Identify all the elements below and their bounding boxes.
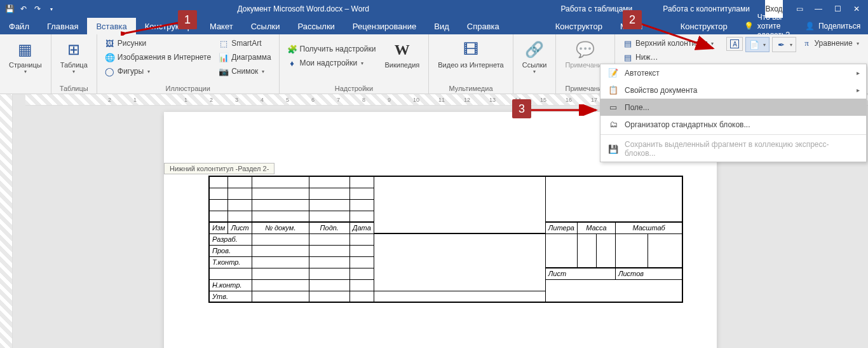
textbox-button[interactable]: A	[726, 37, 743, 51]
tab-view[interactable]: Вид	[425, 18, 458, 34]
tab-help[interactable]: Справка	[458, 18, 508, 34]
cell-list: Лист	[228, 222, 252, 233]
close-icon[interactable]: ✕	[848, 0, 865, 18]
smartart-button[interactable]: ⬚SmartArt	[216, 37, 273, 50]
tab-file[interactable]: Файл	[0, 18, 38, 34]
quickparts-icon: 📄	[749, 39, 759, 50]
minimize-icon[interactable]: —	[810, 0, 827, 18]
redo-icon[interactable]: ↷	[32, 3, 43, 15]
pictures-button[interactable]: 🖼Рисунки	[102, 37, 214, 50]
wikipedia-icon: W	[392, 39, 412, 60]
callout-2: 2	[623, 10, 642, 29]
window-title: Документ Microsoft Word.docx – Word	[61, 4, 545, 13]
title-block-table[interactable]: ИзмЛист№ докум.Подп.Дата Литера Масса Ма…	[208, 176, 683, 303]
ribbon-display-icon[interactable]: ▭	[790, 0, 808, 18]
cell-izm: Изм	[209, 222, 228, 233]
pages-label: Страницы	[9, 61, 42, 69]
group-tables: ⊞ Таблица ▾ Таблицы	[51, 34, 97, 94]
group-addins-label: Надстройки	[285, 83, 424, 92]
cell-utv: Утв.	[209, 291, 252, 302]
ribbon: ▦ Страницы ▾ ⊞ Таблица ▾ Таблицы 🖼Рисунк…	[0, 34, 868, 94]
chevron-right-icon: ▸	[857, 87, 860, 94]
share-button[interactable]: 👤 Поделиться	[797, 18, 868, 34]
comment-icon: 💬	[575, 39, 595, 60]
vertical-ruler[interactable]	[0, 94, 13, 348]
contextual-tabs: Работа с таблицами Работа с колонтитулам…	[545, 0, 765, 18]
header-tools-label: Работа с колонтитулами	[648, 0, 765, 18]
save-block-icon: 💾	[607, 144, 620, 154]
smartart-label: SmartArt	[231, 39, 261, 48]
pages-icon: ▦	[15, 39, 36, 60]
video-icon: 🎞	[461, 39, 481, 60]
chart-icon: 📊	[219, 52, 229, 62]
footer-icon: ▤	[623, 52, 633, 62]
group-tables-label: Таблицы	[57, 83, 92, 92]
wordart-button[interactable]: ✒▾	[772, 37, 796, 52]
table-icon: ⊞	[64, 39, 84, 60]
save-block-label: Сохранить выделенный фрагмент в коллекци…	[625, 140, 860, 158]
equation-label: Уравнение	[814, 39, 852, 48]
maximize-icon[interactable]: ☐	[829, 0, 846, 18]
organizer-item[interactable]: 🗂Организатор стандартных блоков...	[600, 116, 866, 133]
footer-label: Ниж…	[635, 53, 658, 62]
tab-home[interactable]: Главная	[38, 18, 87, 34]
save-icon[interactable]: 💾	[4, 3, 15, 15]
title-bar: 💾 ↶ ↷ ▾ Документ Microsoft Word.docx – W…	[0, 0, 868, 18]
arrow-2	[642, 22, 718, 53]
get-addins-button[interactable]: 🧩Получить надстройки	[285, 43, 379, 55]
pictures-icon: 🖼	[105, 38, 115, 48]
tab-mailings[interactable]: Рассылки	[288, 18, 343, 34]
cell-nkontr: Н.контр.	[209, 279, 252, 291]
docprop-label: Свойство документа	[625, 86, 698, 95]
shapes-button[interactable]: ◯Фигуры▾	[102, 65, 214, 78]
store-icon: 🧩	[287, 44, 297, 54]
online-pictures-button[interactable]: 🌐Изображения в Интернете	[102, 51, 214, 64]
screenshot-label: Снимок	[231, 67, 258, 76]
smartart-icon: ⬚	[219, 38, 229, 48]
table-button[interactable]: ⊞ Таблица ▾	[57, 37, 92, 77]
pictures-label: Рисунки	[118, 39, 146, 48]
bulb-icon: 💡	[744, 22, 754, 31]
autotext-item[interactable]: 📝Автотекст▸	[600, 64, 866, 81]
group-addins: 🧩Получить надстройки ♦Мои надстройки▾ W …	[280, 34, 430, 94]
online-video-button[interactable]: 🎞 Видео из Интернета	[434, 37, 507, 71]
quickparts-dropdown: 📝Автотекст▸ 📋Свойство документа▸ ▭Поле..…	[600, 64, 867, 162]
tab-table-design[interactable]: Конструктор	[546, 18, 611, 34]
callout-1: 1	[178, 10, 197, 29]
screenshot-button[interactable]: 📷Снимок▾	[216, 65, 273, 78]
equation-button[interactable]: πУравнение▾	[799, 37, 861, 50]
my-addins-button[interactable]: ♦Мои надстройки▾	[285, 57, 379, 69]
wikipedia-button[interactable]: W Википедия	[381, 37, 423, 71]
callout-3: 3	[512, 99, 531, 118]
docprop-item[interactable]: 📋Свойство документа▸	[600, 81, 866, 99]
cell-massa: Масса	[577, 222, 615, 233]
quickparts-button[interactable]: 📄▾	[745, 37, 770, 52]
organizer-icon: 🗂	[607, 120, 620, 129]
undo-icon[interactable]: ↶	[18, 3, 29, 15]
cell-mashtab: Масштаб	[615, 222, 682, 233]
tab-review[interactable]: Рецензирование	[344, 18, 425, 34]
shapes-label: Фигуры	[118, 67, 144, 76]
screenshot-icon: 📷	[219, 66, 229, 76]
cell-list2: Лист	[545, 268, 615, 279]
cell-tkontr: Т.контр.	[209, 256, 252, 268]
link-icon: 🔗	[524, 39, 545, 60]
cell-litera: Литера	[545, 222, 577, 233]
chart-label: Диаграмма	[231, 53, 271, 62]
svg-line-1	[126, 23, 178, 33]
my-addins-label: Мои надстройки	[300, 59, 358, 67]
chevron-right-icon: ▸	[857, 69, 860, 76]
field-icon: ▭	[607, 102, 620, 112]
pages-button[interactable]: ▦ Страницы ▾	[5, 37, 46, 77]
table-label: Таблица	[60, 61, 88, 69]
group-illustrations: 🖼Рисунки 🌐Изображения в Интернете ◯Фигур…	[97, 34, 280, 94]
tab-layout[interactable]: Макет	[201, 18, 242, 34]
save-block-item: 💾Сохранить выделенный фрагмент в коллекц…	[600, 136, 866, 162]
chart-button[interactable]: 📊Диаграмма	[216, 51, 273, 64]
links-button[interactable]: 🔗 Ссылки ▾	[519, 37, 551, 77]
field-item[interactable]: ▭Поле...	[600, 99, 866, 116]
tell-me-search[interactable]: 💡 Что вы хотите сделать?	[736, 18, 797, 34]
tab-references[interactable]: Ссылки	[242, 18, 289, 34]
qat-more-icon[interactable]: ▾	[46, 3, 57, 15]
cell-listov: Листов	[615, 268, 682, 279]
